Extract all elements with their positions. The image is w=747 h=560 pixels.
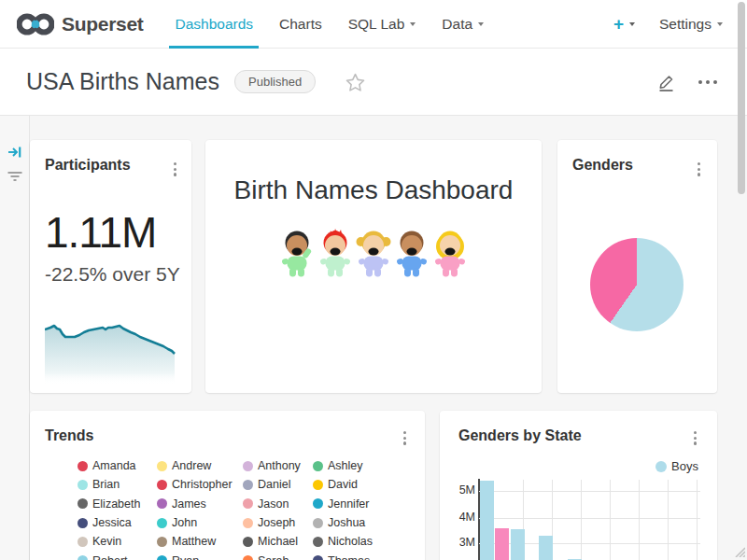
pie-chart bbox=[590, 238, 684, 331]
dashboard-header: USA Births Names Published bbox=[0, 49, 747, 116]
legend-item-daniel[interactable]: Daniel bbox=[243, 475, 313, 494]
chart-card-genders-by-state: Genders by State Boys 5M4M3M bbox=[440, 411, 717, 560]
bar-boys bbox=[480, 481, 494, 560]
nav-charts[interactable]: Charts bbox=[266, 0, 335, 49]
legend-dot bbox=[78, 461, 88, 471]
kebab-menu-icon[interactable] bbox=[400, 427, 410, 449]
legend-item-jennifer[interactable]: Jennifer bbox=[313, 495, 410, 513]
superset-infinity-icon bbox=[17, 11, 54, 37]
legend-dot bbox=[157, 480, 167, 490]
legend-dot bbox=[157, 518, 167, 528]
new-item-button[interactable]: + bbox=[613, 14, 635, 35]
legend-dot bbox=[313, 480, 323, 490]
legend-item-nicholas[interactable]: Nicholas bbox=[313, 532, 410, 551]
chart-card-genders: Genders bbox=[557, 140, 717, 393]
legend-item-jason[interactable]: Jason bbox=[243, 495, 313, 513]
published-badge[interactable]: Published bbox=[234, 70, 316, 93]
legend-dot bbox=[313, 537, 323, 547]
legend-dot bbox=[243, 518, 253, 528]
legend-item-james[interactable]: James bbox=[157, 495, 243, 513]
kebab-menu-icon[interactable] bbox=[694, 159, 704, 180]
legend-dot bbox=[243, 498, 253, 509]
child-emoji bbox=[431, 228, 469, 278]
resize-handle-icon[interactable] bbox=[732, 544, 745, 557]
nav-dashboards[interactable]: Dashboards bbox=[162, 0, 266, 49]
nav-sql-lab[interactable]: SQL Lab bbox=[335, 0, 430, 49]
legend-item-joshua[interactable]: Joshua bbox=[313, 513, 410, 532]
legend-dot bbox=[157, 537, 167, 547]
child-emoji bbox=[278, 228, 316, 278]
child-emoji bbox=[317, 228, 354, 278]
legend-item-ashley[interactable]: Ashley bbox=[313, 456, 410, 475]
legend-dot bbox=[78, 480, 88, 490]
legend-dot bbox=[313, 498, 323, 509]
chart-legend: AmandaAndrewAnthonyAshleyBrianChristophe… bbox=[78, 456, 410, 560]
dashboard-grid: Participants 1.11M -22.5% over 5Y Birth … bbox=[0, 116, 747, 560]
legend-item-elizabeth[interactable]: Elizabeth bbox=[78, 495, 157, 513]
legend-item-david[interactable]: David bbox=[313, 475, 410, 494]
gridline bbox=[668, 480, 669, 560]
legend-dot bbox=[243, 555, 253, 560]
chart-card-participants: Participants 1.11M -22.5% over 5Y bbox=[30, 140, 191, 393]
expand-filter-bar-icon[interactable] bbox=[7, 144, 23, 161]
edit-dashboard-icon[interactable] bbox=[656, 71, 676, 92]
child-emoji bbox=[355, 228, 392, 278]
page-title: USA Births Names bbox=[26, 68, 219, 95]
big-number-value: 1.11M bbox=[45, 207, 156, 258]
legend-dot bbox=[78, 518, 88, 528]
legend-item-kevin[interactable]: Kevin bbox=[78, 532, 157, 551]
legend-dot bbox=[78, 555, 88, 560]
legend-dot bbox=[313, 555, 323, 560]
main-nav: Dashboards Charts SQL Lab Data bbox=[162, 0, 497, 49]
legend-dot bbox=[313, 518, 323, 528]
chart-title: Trends bbox=[45, 427, 410, 444]
legend-dot bbox=[157, 498, 167, 509]
legend-dot bbox=[243, 461, 253, 471]
chevron-down-icon bbox=[717, 22, 723, 26]
gridline bbox=[639, 480, 640, 560]
kebab-menu-icon[interactable] bbox=[170, 159, 180, 180]
legend-dot bbox=[157, 555, 167, 560]
navbar: Superset Dashboards Charts SQL Lab Data … bbox=[0, 0, 747, 49]
legend-item-joseph[interactable]: Joseph bbox=[243, 513, 313, 532]
filter-icon[interactable] bbox=[7, 169, 23, 184]
legend-dot bbox=[157, 461, 167, 471]
y-axis-tick-label: 3M bbox=[444, 536, 475, 549]
bar-boys bbox=[511, 529, 525, 560]
legend-item-christopher[interactable]: Christopher bbox=[157, 475, 243, 494]
legend-dot bbox=[78, 498, 88, 509]
legend-item-robert[interactable]: Robert bbox=[78, 551, 157, 560]
legend-dot bbox=[243, 480, 253, 490]
plus-icon: + bbox=[613, 14, 624, 35]
legend-item-andrew[interactable]: Andrew bbox=[157, 456, 243, 475]
legend-item-ryan[interactable]: Ryan bbox=[157, 551, 243, 560]
chevron-down-icon bbox=[410, 22, 416, 26]
children-emoji-row bbox=[205, 228, 542, 278]
chevron-down-icon bbox=[629, 22, 635, 26]
superset-logo[interactable]: Superset bbox=[17, 11, 143, 37]
legend-item-sarah[interactable]: Sarah bbox=[243, 551, 313, 560]
legend-item-matthew[interactable]: Matthew bbox=[157, 532, 243, 551]
y-axis-tick-label: 5M bbox=[444, 483, 475, 497]
bar-girls bbox=[495, 528, 509, 560]
nav-data[interactable]: Data bbox=[429, 0, 497, 49]
legend-item-brian[interactable]: Brian bbox=[78, 475, 157, 494]
legend-item-michael[interactable]: Michael bbox=[243, 532, 313, 551]
chart-title: Participants bbox=[45, 157, 176, 174]
bar-boys bbox=[539, 536, 553, 560]
trendline-chart bbox=[45, 317, 176, 385]
favorite-star-icon[interactable] bbox=[345, 73, 365, 91]
legend-item-amanda[interactable]: Amanda bbox=[78, 456, 157, 475]
legend-item-john[interactable]: John bbox=[157, 513, 243, 532]
scrollbar-thumb[interactable] bbox=[738, 2, 745, 194]
legend-item-jessica[interactable]: Jessica bbox=[78, 513, 157, 532]
legend-item-anthony[interactable]: Anthony bbox=[243, 456, 313, 475]
settings-menu[interactable]: Settings bbox=[659, 16, 723, 33]
brand-name: Superset bbox=[62, 13, 143, 35]
markdown-heading: Birth Names Dashboard bbox=[205, 175, 542, 205]
more-actions-icon[interactable] bbox=[695, 77, 721, 88]
child-emoji bbox=[393, 228, 430, 278]
y-axis-tick-label: 4M bbox=[444, 511, 475, 524]
legend-item-thomas[interactable]: Thomas bbox=[313, 551, 410, 560]
markdown-card: Birth Names Dashboard bbox=[205, 140, 542, 393]
